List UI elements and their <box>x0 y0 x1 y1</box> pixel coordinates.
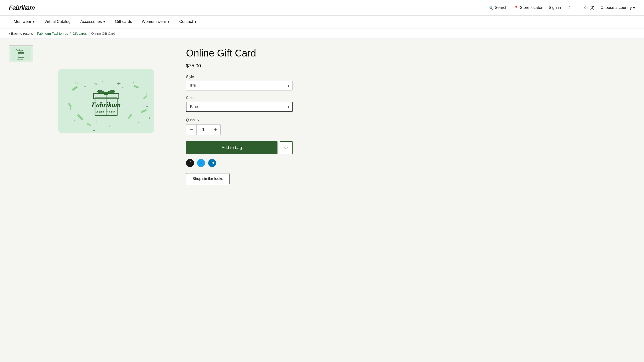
product-thumbnail-1[interactable]: Fabrikam GIFT CARD <box>9 45 33 62</box>
style-selector-wrap: $25 $50 $75 $100 ▾ <box>186 81 292 91</box>
nav-label-contact: Contact <box>179 19 193 24</box>
main-image-area: Fabrikam GIFT CARD <box>37 45 175 156</box>
social-share-row: f t in <box>186 159 292 167</box>
svg-point-35 <box>104 92 108 95</box>
wishlist-header-button[interactable]: ♡ <box>567 5 572 11</box>
svg-point-30 <box>146 108 146 109</box>
header-right: 🔍 Search 📍 Store locator Sign in ♡ 🛍 (0)… <box>488 5 635 11</box>
chevron-down-icon: ▾ <box>633 5 635 10</box>
nav-item-virtualcatalog[interactable]: Virtual Catalog <box>40 16 76 28</box>
svg-point-26 <box>138 122 139 123</box>
brand-logo[interactable]: Fabrikam <box>9 4 35 11</box>
breadcrumb-current: Online Gift Card <box>91 32 115 35</box>
breadcrumb-home-link[interactable]: Fabrikam Fashion us <box>37 32 68 35</box>
chevron-down-icon: ▾ <box>33 19 35 24</box>
breadcrumb-category-link[interactable]: Gift cards <box>72 32 87 35</box>
nav-item-contact[interactable]: Contact ▾ <box>174 16 201 28</box>
breadcrumb-sep-1: / <box>70 32 70 35</box>
shop-similar-button[interactable]: Shop similar looks <box>186 173 230 184</box>
quantity-label: Quantity <box>186 118 292 122</box>
thumbnail-column: Fabrikam GIFT CARD <box>9 45 33 62</box>
breadcrumb: ‹ Back to results Fabrikam Fashion us / … <box>0 29 644 39</box>
product-price: $75.00 <box>186 63 292 69</box>
color-selector-wrap: Blue Red Green ▾ <box>186 102 292 112</box>
twitter-share-button[interactable]: t <box>197 159 205 167</box>
nav-item-womenswear[interactable]: Womenswear ▾ <box>137 16 174 28</box>
add-to-bag-row: Add to bag ♡ <box>186 141 292 154</box>
signin-button[interactable]: Sign in <box>549 5 561 10</box>
product-title: Online Gift Card <box>186 48 292 59</box>
linkedin-share-button[interactable]: in <box>208 159 216 167</box>
quantity-value: 1 <box>197 124 210 135</box>
store-locator-label: Store locator <box>520 5 542 10</box>
main-nav: Men wear ▾ Virtual Catalog Accessories ▾… <box>0 16 644 29</box>
chevron-down-icon: ▾ <box>168 19 170 24</box>
nav-label-accessories: Accessories <box>80 19 102 24</box>
product-gallery: Fabrikam GIFT CARD <box>9 45 175 184</box>
main-content: Fabrikam GIFT CARD <box>0 39 644 198</box>
add-to-wishlist-button[interactable]: ♡ <box>280 141 292 154</box>
header-divider <box>578 5 578 11</box>
nav-label-menwear: Men wear <box>14 19 31 24</box>
product-details-panel: Online Gift Card $75.00 Style $25 $50 $7… <box>186 45 292 184</box>
color-select[interactable]: Blue Red Green <box>186 102 292 112</box>
nav-label-womenswear: Womenswear <box>142 19 166 24</box>
svg-text:Fabrikam: Fabrikam <box>15 49 23 51</box>
quantity-row: − 1 + <box>186 124 292 135</box>
add-to-bag-button[interactable]: Add to bag <box>186 141 278 154</box>
thumbnail-image: Fabrikam GIFT CARD <box>11 47 31 61</box>
back-to-results-button[interactable]: ‹ Back to results <box>9 32 33 35</box>
back-arrow-icon: ‹ <box>9 32 10 35</box>
nav-label-giftcards: Gift cards <box>115 19 132 24</box>
svg-point-28 <box>109 125 110 126</box>
facebook-share-button[interactable]: f <box>186 159 194 167</box>
chevron-down-icon: ▾ <box>194 19 196 24</box>
quantity-increase-button[interactable]: + <box>210 124 221 135</box>
search-label: Search <box>495 5 508 10</box>
nav-label-virtualcatalog: Virtual Catalog <box>44 19 70 24</box>
location-icon: 📍 <box>514 5 518 10</box>
search-button[interactable]: 🔍 Search <box>488 5 508 10</box>
svg-text:GIFT CARD: GIFT CARD <box>96 111 116 114</box>
heart-icon: ♡ <box>284 144 288 151</box>
bag-button[interactable]: 🛍 (0) <box>584 5 594 10</box>
country-label: Choose a country <box>600 5 632 10</box>
nav-item-menwear[interactable]: Men wear ▾ <box>9 16 40 28</box>
style-select[interactable]: $25 $50 $75 $100 <box>186 81 292 91</box>
search-icon: 🔍 <box>488 5 493 10</box>
nav-item-giftcards[interactable]: Gift cards <box>110 16 137 28</box>
chevron-down-icon: ▾ <box>103 19 105 24</box>
header: Fabrikam 🔍 Search 📍 Store locator Sign i… <box>0 0 644 16</box>
svg-text:Fabrikam: Fabrikam <box>91 101 121 109</box>
svg-point-23 <box>84 86 86 87</box>
style-label: Style <box>186 75 292 79</box>
svg-point-27 <box>102 81 104 82</box>
store-locator-button[interactable]: 📍 Store locator <box>514 5 542 10</box>
product-main-image: Fabrikam GIFT CARD <box>58 69 154 133</box>
svg-point-24 <box>122 87 124 88</box>
country-selector[interactable]: Choose a country ▾ <box>600 5 635 10</box>
svg-text:GIFT CARD: GIFT CARD <box>17 59 23 60</box>
color-label: Color <box>186 96 292 100</box>
breadcrumb-sep-2: / <box>88 32 90 35</box>
svg-point-29 <box>96 121 96 122</box>
back-label: Back to results <box>11 32 33 35</box>
bag-icon: 🛍 <box>584 5 588 10</box>
svg-point-25 <box>74 120 75 121</box>
quantity-decrease-button[interactable]: − <box>186 124 197 135</box>
bag-count: (0) <box>590 5 594 10</box>
nav-item-accessories[interactable]: Accessories ▾ <box>76 16 110 28</box>
